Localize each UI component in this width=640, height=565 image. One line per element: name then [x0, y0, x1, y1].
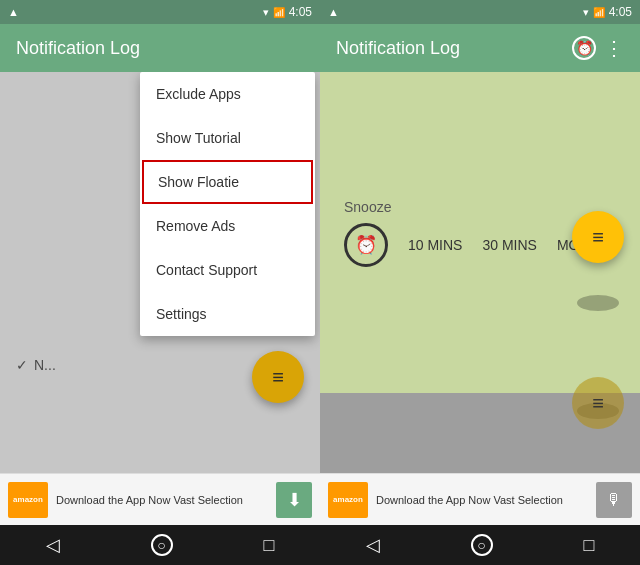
snooze-alarm-icon[interactable]: ⏰ — [344, 223, 388, 267]
left-app-title: Notification Log — [16, 38, 304, 59]
snooze-options-row: ⏰ 10 MINS 30 MINS MORE — [344, 223, 599, 267]
left-time: 4:05 — [289, 5, 312, 19]
alarm-glyph: ⏰ — [355, 234, 377, 256]
download-icon: ⬇ — [287, 489, 302, 511]
fab-reflection: ≡ — [572, 377, 624, 429]
right-status-bar: ▲ ▾ 📶 4:05 — [320, 0, 640, 24]
right-time: 4:05 — [609, 5, 632, 19]
left-nav-bar: ◁ ○ □ — [0, 525, 320, 565]
right-ad-banner[interactable]: amazon Download the App Now Vast Selecti… — [320, 473, 640, 525]
left-ad-logo: amazon — [8, 482, 48, 518]
menu-item-contact-support[interactable]: Contact Support — [140, 248, 315, 292]
dropdown-menu: Exclude Apps Show Tutorial Show Floatie … — [140, 72, 315, 336]
menu-item-remove-ads[interactable]: Remove Ads — [140, 204, 315, 248]
more-options-icon[interactable]: ⋮ — [604, 36, 624, 60]
right-signal-icon: 📶 — [593, 7, 605, 18]
lower-section: ≡ — [320, 393, 640, 473]
right-nav-bar: ◁ ○ □ — [320, 525, 640, 565]
right-ad-logo: amazon — [328, 482, 368, 518]
right-fab-icon: ≡ — [592, 227, 604, 247]
left-app-bar: Notification Log — [0, 24, 320, 72]
right-phone-screen: ▲ ▾ 📶 4:05 Notification Log ⏰ ⋮ Snooze ⏰… — [320, 0, 640, 565]
right-fab-button[interactable]: ≡ — [572, 211, 624, 263]
snooze-30-mins[interactable]: 30 MINS — [482, 237, 536, 253]
fab-shadow — [577, 295, 619, 311]
menu-item-show-tutorial[interactable]: Show Tutorial — [140, 116, 315, 160]
right-home-button[interactable]: ○ — [471, 534, 493, 556]
right-back-button[interactable]: ◁ — [366, 534, 380, 556]
right-app-bar: Notification Log ⏰ ⋮ — [320, 24, 640, 72]
left-status-bar: ▲ ▾ 📶 4:05 — [0, 0, 320, 24]
snooze-label: Snooze — [344, 199, 391, 215]
right-recents-button[interactable]: □ — [584, 535, 595, 556]
left-main-content: Exclude Apps Show Tutorial Show Floatie … — [0, 72, 320, 473]
left-ad-banner[interactable]: amazon Download the App Now Vast Selecti… — [0, 473, 320, 525]
left-back-button[interactable]: ◁ — [46, 534, 60, 556]
right-ad-text: Download the App Now Vast Selection — [376, 494, 596, 506]
snooze-app-icon[interactable]: ⏰ — [572, 36, 596, 60]
fab-reflection-icon: ≡ — [592, 392, 604, 415]
signal-icon: 📶 — [273, 7, 285, 18]
left-ad-download-button[interactable]: ⬇ — [276, 482, 312, 518]
snooze-10-mins[interactable]: 10 MINS — [408, 237, 462, 253]
snooze-panel: Snooze ⏰ 10 MINS 30 MINS MORE ≡ — [320, 72, 640, 393]
right-app-title: Notification Log — [336, 38, 564, 59]
microphone-icon: 🎙 — [606, 491, 622, 509]
right-ad-icon: 🎙 — [596, 482, 632, 518]
left-phone-screen: ▲ ▾ 📶 4:05 Notification Log Exclude Apps… — [0, 0, 320, 565]
menu-item-settings[interactable]: Settings — [140, 292, 315, 336]
left-recents-button[interactable]: □ — [264, 535, 275, 556]
wifi-icon: ▾ — [263, 6, 269, 19]
right-wifi-icon: ▾ — [583, 6, 589, 19]
left-ad-text: Download the App Now Vast Selection — [56, 494, 276, 506]
menu-item-exclude-apps[interactable]: Exclude Apps — [140, 72, 315, 116]
menu-item-show-floatie[interactable]: Show Floatie — [142, 160, 313, 204]
left-home-button[interactable]: ○ — [151, 534, 173, 556]
